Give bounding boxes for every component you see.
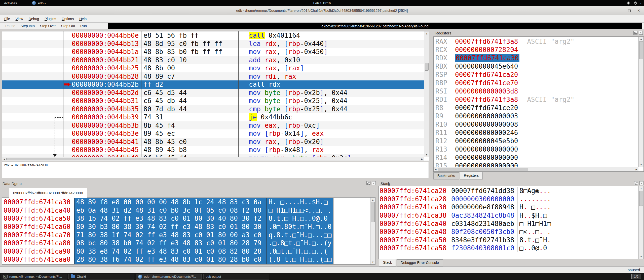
dock-float-icon[interactable] — [634, 181, 638, 185]
stack-row[interactable]: 00007ffd:6741ca380ac38348241c8b48H..$H.□ — [379, 211, 638, 220]
menu-file[interactable]: File — [2, 16, 13, 22]
register-value[interactable]: 0000000000000000 — [455, 162, 518, 167]
stack-value[interactable]: 00007ffd6741dd38 — [449, 187, 517, 195]
stack-row[interactable]: 00007ffd:6741ca4880f208c0050f3cb0□<..□. … — [379, 228, 638, 236]
breakpoint-margin[interactable] — [2, 138, 63, 146]
dump-hex-bytes[interactable]: 71 80 38 1f 74 02 ff e3 48 83 c0 01 80 0… — [74, 231, 267, 239]
register-row[interactable]: R12000000000045e5b0 — [434, 137, 638, 145]
breakpoint-margin[interactable] — [2, 146, 63, 154]
tab-stack[interactable]: Stack — [379, 259, 396, 266]
disasm-row[interactable]: 00000000:0044bb1348 8d 95 c0 fb ff fflea… — [2, 40, 424, 48]
register-value[interactable]: 00007ffd6741f3a8 — [455, 38, 518, 45]
tab-registers[interactable]: Registers — [460, 172, 483, 179]
scroll-up-icon[interactable]: ▲ — [424, 31, 429, 36]
scroll-left-icon[interactable]: ◀ — [2, 157, 6, 161]
disasm-row[interactable]: 00000000:0044bb4548 89 45 b8mov [rbp-0x4… — [2, 146, 424, 154]
register-row[interactable]: RBP00007ffd6741ce70 — [434, 79, 638, 87]
dock-float-icon[interactable] — [633, 31, 637, 35]
power-icon[interactable] — [634, 1, 637, 5]
register-row[interactable]: RAX00007ffd6741f3a8ASCII "arg2" — [434, 37, 638, 45]
stack-value[interactable]: 00000000e8f88948 — [449, 203, 517, 211]
scroll-right-icon[interactable]: ▶ — [420, 157, 424, 161]
step-into-button[interactable]: Step Into — [21, 24, 35, 28]
register-value[interactable]: 0000000000000000 — [455, 146, 518, 153]
register-row[interactable]: R110000000000000246 — [434, 128, 638, 137]
tab-bookmarks[interactable]: Bookmarks — [433, 172, 459, 179]
dump-row[interactable]: 00007ffd:6741ca40eb 0a 48 31 d2 48 31 c0… — [2, 206, 370, 215]
breakpoint-margin[interactable] — [2, 48, 63, 56]
scroll-up-icon[interactable]: ▲ — [639, 37, 643, 41]
stack-row[interactable]: 00007ffd:6741ca3000000000e8f88948H. □...… — [379, 203, 638, 211]
register-value[interactable]: 000000000045e640 — [455, 63, 518, 70]
scroll-up-icon[interactable]: ▲ — [370, 198, 375, 202]
disasm-row[interactable]: 00000000:0044bb2dc6 45 d5 44mov byte [rb… — [2, 89, 424, 97]
menu-options[interactable]: Options — [59, 16, 77, 22]
volume-icon[interactable] — [627, 1, 631, 5]
register-row[interactable]: RDX00007ffd6741ca30 — [434, 54, 638, 62]
tab-debugger-error-console[interactable]: Debugger Error Console — [397, 259, 443, 266]
register-value[interactable]: 0000000000000000 — [455, 154, 518, 161]
register-value[interactable]: 0000000000000008 — [455, 121, 518, 128]
breakpoint-margin[interactable] — [2, 56, 63, 64]
disasm-row[interactable]: 00000000:0044bb490f b6 45 d4movzx eax, b… — [2, 154, 424, 157]
scroll-down-icon[interactable]: ▼ — [639, 254, 643, 259]
stack-value[interactable]: 0ac38348241c8b48 — [449, 211, 517, 220]
register-value[interactable]: 00007ffd6741ce20 — [455, 104, 518, 112]
dump-row[interactable]: 00007ffd:6741ca3048 89 f8 e8 00 00 00 00… — [2, 198, 370, 206]
stack-row[interactable]: 00007ffd:6741ca40c03148d231480aeb□ H1□H1… — [379, 219, 638, 228]
breakpoint-margin[interactable] — [2, 97, 63, 105]
register-row[interactable]: R800007ffd6741ce20 — [434, 104, 638, 112]
scroll-thumb[interactable] — [425, 63, 429, 71]
taskbar-window-4[interactable]: edb output — [203, 274, 269, 279]
dump-row[interactable]: 00007ffd:6741ca7071 80 38 1f 74 02 ff e3… — [2, 231, 370, 239]
dump-hex-bytes[interactable]: 08 bc 80 38 b0 74 02 ff e3 48 83 c0 01 8… — [74, 239, 267, 247]
scroll-right-icon[interactable]: ▶ — [634, 167, 638, 171]
scroll-thumb[interactable] — [371, 202, 375, 222]
dump-hex-bytes[interactable]: eb 0a 48 31 d2 48 31 c0 b0 3c 0f 05 c0 0… — [74, 206, 267, 215]
breakpoint-margin[interactable] — [2, 121, 63, 130]
maximize-icon[interactable] — [628, 9, 631, 13]
register-row[interactable]: R130000000000000000 — [434, 145, 638, 153]
scroll-down-icon[interactable]: ▼ — [424, 153, 429, 157]
scroll-thumb[interactable] — [639, 41, 643, 59]
scroll-thumb[interactable] — [6, 158, 177, 160]
disasm-row[interactable]: 00000000:0044bb3e89 45 ecmov [rbp-0x14],… — [2, 129, 424, 138]
disasm-row[interactable]: 00000000:0044bb31c6 45 db 44mov byte [rb… — [2, 97, 424, 105]
disasm-row[interactable]: 00000000:0044bb3b8b 45 f4mov eax, [rbp-0… — [2, 121, 424, 130]
stack-row[interactable]: 00007ffd:6741ca508348e3ff02741b388.t.□¯H… — [379, 236, 638, 244]
stack-value[interactable]: 0000000300000000 — [449, 195, 517, 203]
dump-row[interactable]: 00007ffd:6741ca6080 30 b3 80 38 30 74 02… — [2, 223, 370, 231]
registers-vscrollbar[interactable]: ▲ ▼ — [638, 37, 643, 167]
register-row[interactable]: R90000000000000003 — [434, 112, 638, 120]
registers-hscrollbar[interactable]: ◀ ▶ — [434, 167, 638, 171]
register-row[interactable]: RSI00000000000003d8 — [434, 87, 638, 95]
stack-row[interactable]: 00007ffd:6741ca280000000300000000.......… — [379, 195, 638, 203]
dock-close-icon[interactable]: × — [639, 31, 643, 35]
dock-close-icon[interactable]: × — [372, 181, 376, 185]
taskbar-window-3[interactable]: edb - /home/remnux/Documents/F... — [136, 274, 202, 279]
breakpoint-margin[interactable] — [2, 31, 63, 40]
dump-hex-bytes[interactable]: 38 1b 74 02 ff e3 48 83 c0 01 80 30 40 8… — [74, 214, 267, 223]
disasm-row[interactable]: 00000000:0044bb2548 8b 00mov rax, [rax] — [2, 64, 424, 72]
step-out-button[interactable]: Step Out — [61, 24, 75, 28]
dump-hex-bytes[interactable]: 80 30 b3 80 38 30 74 02 ff e3 48 83 c0 0… — [74, 223, 267, 231]
register-value[interactable]: 0000000000000246 — [455, 129, 518, 136]
dump-row[interactable]: 00007ffd:6741ca9080 38 e8 74 02 ff e3 48… — [2, 247, 370, 256]
breakpoint-margin[interactable] — [2, 64, 63, 72]
toolbar-handle[interactable] — [2, 24, 3, 28]
breakpoint-margin[interactable] — [2, 113, 63, 121]
register-row[interactable]: R100000000000000008 — [434, 120, 638, 128]
register-value[interactable]: 00007ffd6741ce70 — [455, 79, 518, 87]
register-row[interactable]: RSP00007ffd6741ca20 — [434, 70, 638, 79]
menu-plugins[interactable]: Plugins — [42, 16, 59, 22]
breakpoint-margin[interactable] — [2, 80, 63, 89]
disasm-row[interactable]: 00000000:0044bb2bff d2call rdx — [2, 80, 424, 89]
register-row[interactable]: RDI00007ffd6741f3a8ASCII "arg2" — [434, 95, 638, 104]
dump-row[interactable]: 00007ffd:6741ca5038 1b 74 02 ff e3 48 83… — [2, 214, 370, 223]
system-menu-chevron-icon[interactable]: ▾ — [640, 2, 641, 5]
breakpoint-margin[interactable] — [2, 72, 63, 81]
step-over-button[interactable]: Step Over — [40, 24, 56, 28]
scroll-thumb[interactable] — [438, 168, 528, 171]
register-row[interactable]: R140000000000000000 — [434, 153, 638, 162]
disassembly-vscrollbar[interactable]: ▲ ▼ — [424, 31, 429, 157]
